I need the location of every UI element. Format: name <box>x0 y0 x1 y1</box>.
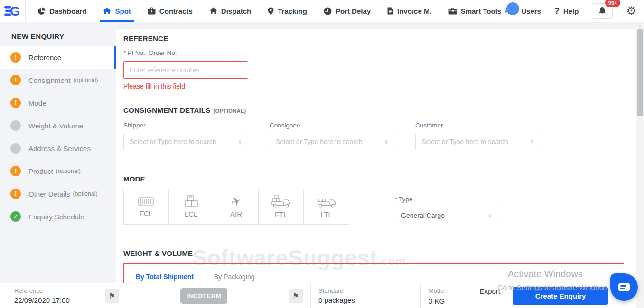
shipper-select[interactable]: Select or Type here to search ∨ <box>123 133 248 150</box>
nav-item-smart-tools[interactable]: Smart Tools ∨ <box>448 0 508 22</box>
clock-icon <box>324 7 332 15</box>
flag-glyph: ⚑ <box>109 291 115 300</box>
footer-mode-label: Mode <box>429 287 444 295</box>
enquiry-form-main: REFERENCE *PI No., Order No. Please fill… <box>116 22 644 283</box>
nav-label: Contracts <box>159 7 193 15</box>
nav-label: Help <box>563 7 579 15</box>
reference-error-message: Please fill in this field <box>123 82 185 90</box>
nav-item-spot[interactable]: Spot <box>103 0 131 22</box>
section-title-text: CONSIGNMENT DETAILS <box>123 106 211 114</box>
page-background-strip <box>116 22 644 29</box>
nav-item-invoice[interactable]: Invoice M. <box>387 0 432 22</box>
nav-item-contracts[interactable]: Contracts <box>148 0 193 22</box>
mode-option-fcl[interactable]: FCL <box>124 189 169 224</box>
reference-field-label: *PI No., Order No. <box>123 49 177 56</box>
sidebar-step-reference[interactable]: ! Reference <box>0 46 116 69</box>
create-enquiry-button[interactable]: Create Enquiry <box>513 287 608 305</box>
house-icon <box>209 7 217 15</box>
svg-text:G: G <box>10 4 20 18</box>
home-icon <box>103 7 111 15</box>
nav-item-help[interactable]: ? Help <box>554 6 579 16</box>
tab-by-packaging[interactable]: By Packaging <box>214 273 255 281</box>
sidebar-step-address-services[interactable]: Address & Services <box>0 137 116 160</box>
scrollbar-thumb[interactable] <box>637 29 643 116</box>
sidebar-step-weight-volume[interactable]: Weight & Volume <box>0 114 116 137</box>
step-optional-suffix: (optional) <box>73 190 98 197</box>
required-asterisk: * <box>123 49 126 56</box>
consignee-label: Consignee <box>270 122 300 129</box>
full-truck-icon <box>271 195 291 208</box>
pie-chart-icon <box>37 7 46 15</box>
mode-section-title: MODE <box>123 175 145 183</box>
footer-reference-label: Reference <box>14 287 97 294</box>
mode-option-ltl[interactable]: LTL <box>304 189 349 224</box>
mode-option-air[interactable]: ✈ AIR <box>214 189 259 224</box>
airplane-icon: ✈ <box>229 194 243 209</box>
nav-item-tracking[interactable]: Tracking <box>268 0 307 22</box>
footer-mode-section: Mode Export 0 KG <box>421 283 507 308</box>
nav-item-port-delay[interactable]: Port Delay <box>324 0 371 22</box>
done-status-icon: ✓ <box>10 211 21 222</box>
optional-tag: (OPTIONAL) <box>214 108 246 114</box>
reference-number-input[interactable] <box>123 61 248 79</box>
origin-flag-icon: ⚑ <box>105 289 119 303</box>
route-line <box>227 296 289 296</box>
pending-status-icon <box>10 143 21 154</box>
sidebar-step-mode[interactable]: ! Mode <box>0 91 116 114</box>
sidebar-step-other-details[interactable]: ! Other Details (optional) <box>0 182 116 205</box>
nav-item-dispatch[interactable]: Dispatch <box>209 0 251 22</box>
step-label: Address & Services <box>28 145 91 153</box>
briefcase-icon <box>148 7 156 15</box>
sidebar-step-list: ! Reference ! Consignment (optional) ! M… <box>0 46 116 228</box>
step-label: Reference <box>28 54 61 62</box>
page-layout: NEW ENQUIRY ! Reference ! Consignment (o… <box>0 22 644 283</box>
warning-status-icon: ! <box>10 166 21 176</box>
step-optional-suffix: (optional) <box>56 168 81 174</box>
nav-items: Dashboard Spot Contracts Dispatch Tracki… <box>37 0 508 22</box>
footer-packages-section: Standard 0 packages <box>311 283 421 308</box>
footer-reference-value: 22/09/2020 17:00 <box>14 296 97 304</box>
step-label: Enquiry Schedule <box>28 213 84 221</box>
chat-widget-button[interactable] <box>610 273 638 301</box>
notification-count-badge: 99+ <box>605 0 621 7</box>
weight-volume-panel: By Total Shipment By Packaging <box>123 263 624 283</box>
mode-option-lcl[interactable]: LCL <box>169 189 214 224</box>
sidebar-step-enquiry-schedule[interactable]: ✓ Enquiry Schedule <box>0 205 116 228</box>
footer-incoterm-section: ⚑ INCOTERM ⚑ <box>97 283 311 308</box>
enquiry-steps-sidebar: NEW ENQUIRY ! Reference ! Consignment (o… <box>0 22 116 283</box>
toolbox-icon <box>448 7 457 15</box>
nav-label: Invoice M. <box>397 7 432 15</box>
cargo-type-select[interactable]: General Cargo ∨ <box>395 207 498 224</box>
top-navbar: G Dashboard Spot Contracts Dispatch Trac… <box>0 0 644 22</box>
nav-label: Tracking <box>278 7 307 15</box>
reference-section-title: REFERENCE <box>123 35 168 43</box>
footer-reference-section: Reference 22/09/2020 17:00 <box>0 283 97 308</box>
weight-volume-tabs: By Total Shipment By Packaging <box>124 264 624 281</box>
scroll-up-arrow[interactable]: ▲ <box>636 25 644 28</box>
footer-weight-value: 0 KG <box>429 297 500 305</box>
step-label: Other Details <box>28 190 70 198</box>
notifications-button[interactable]: 99+ <box>592 3 613 19</box>
select-placeholder: Select or Type here to search <box>130 138 216 145</box>
chevron-down-icon: ∨ <box>238 138 242 145</box>
document-icon <box>387 7 393 15</box>
sidebar-title: NEW ENQUIRY <box>0 22 116 40</box>
mode-label: LTL <box>320 210 332 218</box>
container-icon <box>138 196 155 207</box>
bell-icon <box>598 7 606 15</box>
app-logo[interactable]: G <box>0 0 26 22</box>
logo-icon: G <box>4 4 22 18</box>
sidebar-step-product[interactable]: ! Product (optional) <box>0 160 116 182</box>
mode-option-ftl[interactable]: FTL <box>259 189 304 224</box>
footer-standard-label: Standard <box>318 287 420 294</box>
warning-status-icon: ! <box>10 189 21 199</box>
nav-item-dashboard[interactable]: Dashboard <box>37 0 86 22</box>
customer-select[interactable]: Select or Type here to search ∨ <box>415 133 540 150</box>
cargo-boxes-icon <box>184 195 199 208</box>
tab-by-total-shipment[interactable]: By Total Shipment <box>136 273 194 281</box>
sidebar-step-consignment[interactable]: ! Consignment (optional) <box>0 69 116 91</box>
nav-label: Dispatch <box>221 7 251 15</box>
consignee-select[interactable]: Select or Type here to search ∨ <box>270 133 394 150</box>
settings-gear-icon[interactable]: ⚙ <box>626 5 636 17</box>
route-line <box>119 296 180 296</box>
